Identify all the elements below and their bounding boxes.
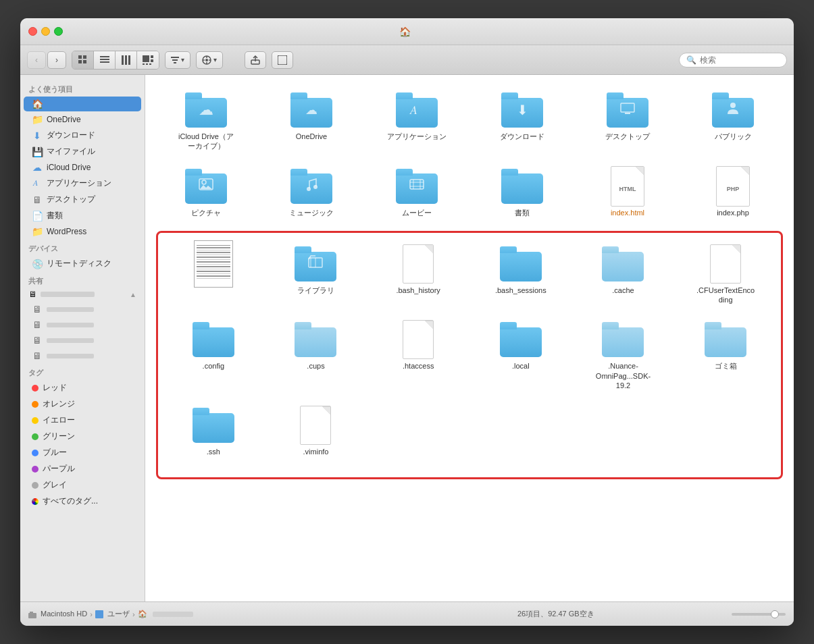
svg-rect-46 — [30, 612, 33, 614]
view-columns-button[interactable] — [116, 51, 137, 69]
file-viminfo[interactable]: .viminfo — [268, 401, 365, 462]
desktop-icon-wrapper — [606, 91, 649, 129]
file-apps[interactable]: 𝐴 アプリケーション — [367, 86, 467, 157]
library-label: ライブラリ — [297, 286, 334, 295]
tag-dot-all — [32, 498, 39, 505]
sidebar-tag-gray[interactable]: グレイ — [24, 477, 141, 493]
minimize-button[interactable] — [41, 27, 50, 36]
file-downloads[interactable]: ⬇ ダウンロード — [472, 86, 572, 157]
maximize-button[interactable] — [54, 27, 63, 36]
sidebar-item-icloud[interactable]: ☁ iCloud Drive — [24, 160, 141, 175]
music-folder-icon — [290, 169, 332, 204]
sidebar-tag-red[interactable]: レッド — [24, 380, 141, 396]
sidebar-tag-purple[interactable]: パープル — [24, 461, 141, 477]
file-cups[interactable]: .cups — [268, 315, 365, 396]
view-gallery-button[interactable] — [137, 51, 159, 69]
file-movies[interactable]: ムービー — [367, 162, 467, 223]
tag-dot-red — [32, 385, 39, 392]
arrange-button[interactable]: ▾ — [165, 51, 190, 69]
zoom-slider[interactable] — [732, 613, 786, 616]
file-index-html[interactable]: HTML index.html — [578, 162, 678, 223]
remote-disk-icon: 💿 — [32, 259, 43, 269]
svg-point-35 — [307, 187, 311, 191]
shared-label-2 — [47, 323, 94, 327]
forward-button[interactable]: › — [47, 51, 66, 69]
icloud-folder-icon: ☁ — [185, 92, 227, 128]
sidebar-tag-green[interactable]: グリーン — [24, 429, 141, 444]
desktop-icon: 🖥 — [32, 194, 43, 205]
svg-text:𝐴: 𝐴 — [32, 178, 38, 187]
sidebar-shared-1[interactable]: 🖥 — [24, 302, 141, 317]
shared-item-1 — [41, 292, 95, 297]
downloads-inner-icon: ⬇ — [517, 102, 528, 118]
sidebar-item-apps[interactable]: 𝐴 アプリケーション — [24, 176, 141, 191]
svg-rect-5 — [100, 59, 109, 60]
actions-button[interactable]: ▾ — [196, 51, 223, 69]
slider-track — [732, 613, 786, 616]
sidebar-item-desktop[interactable]: 🖥 デスクトップ — [24, 192, 141, 207]
tag-green-label: グリーン — [43, 431, 75, 442]
sidebar-item-docs[interactable]: 📄 書類 — [24, 208, 141, 223]
sidebar-all-tags[interactable]: すべてのタグ... — [24, 493, 141, 509]
svg-point-33 — [202, 180, 206, 184]
file-nuance[interactable]: .Nuance-OmniPag...SDK-19.2 — [575, 315, 672, 396]
file-content: ☁ iCloud Drive（アーカイブ） ☁ OneDrive — [145, 75, 794, 601]
icloud-icon: ☁ — [32, 162, 43, 173]
public-folder-icon — [712, 92, 754, 128]
shared-icon-2: 🖥 — [32, 319, 43, 330]
search-input[interactable] — [700, 55, 774, 65]
file-cache[interactable]: .cache — [575, 240, 672, 311]
file-ssh[interactable]: .ssh — [165, 401, 262, 462]
sidebar-tag-blue[interactable]: ブルー — [24, 445, 141, 460]
sidebar-item-download[interactable]: ⬇ ダウンロード — [24, 128, 141, 143]
sidebar-shared-4[interactable]: 🖥 — [24, 348, 141, 363]
close-button[interactable] — [28, 27, 37, 36]
sidebar-shared-2[interactable]: 🖥 — [24, 317, 141, 332]
view-controls — [72, 51, 159, 70]
shared-icon-4: 🖥 — [32, 350, 43, 361]
svg-rect-45 — [28, 613, 36, 618]
back-button[interactable]: ‹ — [27, 51, 46, 69]
library-folder-icon — [295, 246, 336, 281]
svg-rect-47 — [95, 610, 103, 618]
sidebar-icloud-label: iCloud Drive — [47, 163, 91, 172]
file-htaccess[interactable]: .htaccess — [370, 315, 467, 396]
file-music[interactable]: ミュージック — [261, 162, 361, 223]
file-preview-doc[interactable] — [165, 240, 262, 311]
viminfo-label: .viminfo — [303, 447, 329, 456]
bash-history-label: .bash_history — [396, 286, 440, 295]
sidebar-tag-orange[interactable]: オレンジ — [24, 396, 141, 412]
sidebar-shared-3[interactable]: 🖥 — [24, 333, 141, 348]
file-trash[interactable]: ゴミ箱 — [677, 315, 774, 396]
file-config[interactable]: .config — [165, 315, 262, 396]
file-cfuser[interactable]: .CFUserTextEncoding — [677, 240, 774, 311]
tag-button[interactable] — [272, 51, 293, 69]
file-icloud-drive[interactable]: ☁ iCloud Drive（アーカイブ） — [156, 86, 256, 157]
file-pictures[interactable]: ピクチャ — [156, 162, 256, 223]
view-grid-button[interactable] — [72, 51, 94, 69]
file-index-php[interactable]: PHP index.php — [683, 162, 783, 223]
titlebar-home-icon: 🏠 — [399, 26, 411, 37]
file-onedrive[interactable]: ☁ OneDrive — [261, 86, 361, 157]
file-bash-sessions[interactable]: .bash_sessions — [472, 240, 569, 311]
cache-wrapper — [601, 245, 644, 283]
sidebar-item-remote-disk[interactable]: 💿 リモートディスク — [24, 256, 141, 271]
sidebar-item-myfiles[interactable]: 💾 マイファイル — [24, 144, 141, 159]
share-button[interactable] — [245, 51, 266, 69]
nuance-label: .Nuance-OmniPag...SDK-19.2 — [592, 361, 653, 390]
icloud-drive-label: iCloud Drive（アーカイブ） — [176, 132, 236, 151]
slider-thumb[interactable] — [771, 610, 779, 618]
file-public[interactable]: パブリック — [683, 86, 783, 157]
file-desktop[interactable]: デスクトップ — [578, 86, 678, 157]
svg-rect-2 — [78, 60, 82, 63]
tag-gray-label: グレイ — [43, 479, 67, 491]
view-list-button[interactable] — [94, 51, 116, 69]
file-library[interactable]: ライブラリ — [268, 240, 365, 311]
file-bash-history[interactable]: .bash_history — [370, 240, 467, 311]
sidebar-item-wordpress[interactable]: 📁 WordPress — [24, 224, 141, 239]
file-documents[interactable]: 書類 — [472, 162, 572, 223]
sidebar-item-onedrive[interactable]: 📁 OneDrive — [24, 112, 141, 127]
file-local[interactable]: .local — [472, 315, 569, 396]
sidebar-tag-yellow[interactable]: イエロー — [24, 412, 141, 428]
sidebar-item-home[interactable]: 🏠 — [24, 97, 141, 111]
